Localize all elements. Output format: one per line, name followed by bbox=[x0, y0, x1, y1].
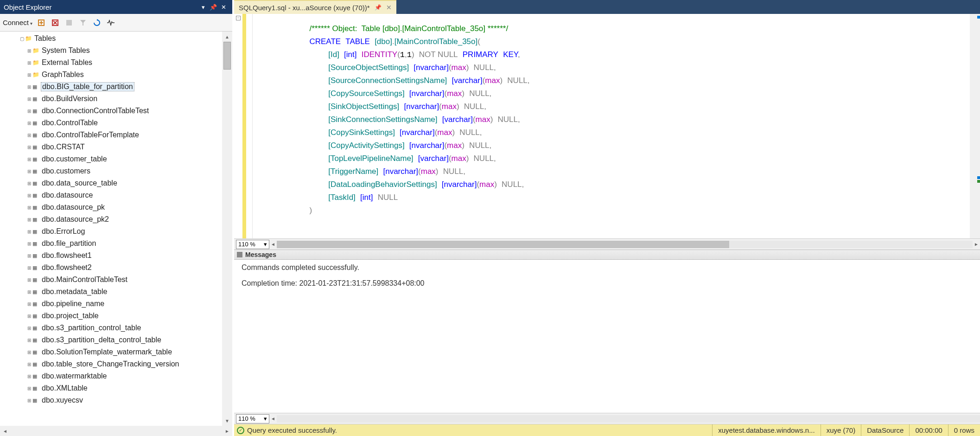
filter-icon[interactable] bbox=[78, 18, 88, 28]
tree-folder[interactable]: ▢📁Tables bbox=[19, 32, 222, 45]
tree-item[interactable]: ⊞▦dbo.customers bbox=[19, 165, 222, 177]
expand-icon[interactable]: ⊞ bbox=[26, 253, 32, 258]
expand-icon[interactable]: ⊞ bbox=[26, 121, 32, 126]
tab-sqlquery1[interactable]: SQLQuery1.sql - xu...aSource (xuye (70))… bbox=[234, 0, 396, 14]
expand-icon[interactable]: ⊞ bbox=[26, 241, 32, 246]
tree-item[interactable]: ⊞▦dbo.file_partition bbox=[19, 237, 222, 250]
scroll-up-icon[interactable]: ▲ bbox=[222, 32, 232, 42]
tree-item[interactable]: ⊞▦dbo.ControlTableForTemplate bbox=[19, 129, 222, 141]
expand-icon[interactable]: ⊞ bbox=[26, 72, 32, 77]
activity-icon[interactable] bbox=[106, 18, 116, 28]
expand-icon[interactable]: ⊞ bbox=[26, 350, 32, 355]
tree-item[interactable]: ⊞▦dbo.datasource_pk bbox=[19, 201, 222, 213]
expand-icon[interactable]: ⊞ bbox=[26, 109, 32, 114]
scroll-left-icon[interactable]: ◄ bbox=[269, 242, 277, 247]
tree-item[interactable]: ⊞▦dbo.pipeline_name bbox=[19, 298, 222, 310]
tree-item[interactable]: ⊞▦dbo.project_table bbox=[19, 310, 222, 322]
panel-pin-icon[interactable]: 📌 bbox=[208, 4, 218, 11]
tree-item[interactable]: ⊞▦dbo.ErrorLog bbox=[19, 225, 222, 237]
expand-icon[interactable]: ⊞ bbox=[26, 289, 32, 295]
sql-editor[interactable]: − /****** Object: Table [dbo].[MainContr… bbox=[234, 14, 980, 238]
expand-icon[interactable]: ⊞ bbox=[26, 229, 32, 234]
refresh-icon[interactable] bbox=[92, 18, 102, 28]
editor-vertical-scrollbar[interactable] bbox=[970, 14, 980, 238]
expand-icon[interactable]: ⊞ bbox=[26, 314, 32, 319]
tree-item[interactable]: ⊞📁System Tables bbox=[19, 45, 222, 57]
disconnect-icon[interactable] bbox=[50, 18, 60, 28]
expand-icon[interactable]: ⊞ bbox=[26, 265, 32, 270]
tree-item[interactable]: ⊞▦dbo.customer_table bbox=[19, 153, 222, 165]
scroll-left-icon[interactable]: ◄ bbox=[0, 429, 10, 434]
expand-icon[interactable]: ⊞ bbox=[26, 84, 32, 90]
messages-zoom-select[interactable]: 110 %▾ bbox=[236, 414, 269, 423]
tab-close-icon[interactable]: ✕ bbox=[386, 4, 392, 11]
tree-horizontal-scrollbar[interactable]: ◄ ► bbox=[0, 426, 232, 436]
tree-vertical-scrollbar[interactable]: ▲ ▼ bbox=[222, 32, 232, 426]
expand-icon[interactable]: ⊞ bbox=[26, 326, 32, 331]
editor-zoom-select[interactable]: 110 %▾ bbox=[236, 240, 269, 249]
fold-icon[interactable]: − bbox=[236, 16, 241, 20]
connect-button[interactable]: Connect ▾ bbox=[3, 19, 32, 26]
object-tree[interactable]: ▢📁Tables⊞📁System Tables⊞📁External Tables… bbox=[0, 32, 222, 426]
tree-item[interactable]: ⊞▦dbo.s3_partition_control_table bbox=[19, 322, 222, 334]
code-content[interactable]: /****** Object: Table [dbo].[MainControl… bbox=[253, 14, 970, 238]
panel-close-icon[interactable]: ✕ bbox=[218, 4, 229, 11]
tree-item[interactable]: ⊞▦dbo.datasource_pk2 bbox=[19, 213, 222, 225]
tree-item[interactable]: ⊞▦dbo.CRSTAT bbox=[19, 141, 222, 153]
scroll-thumb[interactable] bbox=[223, 42, 231, 70]
expand-icon[interactable]: ⊞ bbox=[26, 205, 32, 210]
tree-item[interactable]: ⊞▦dbo.XMLtable bbox=[19, 382, 222, 394]
expand-icon[interactable]: ⊞ bbox=[26, 133, 32, 138]
tree-item[interactable]: ⊞▦dbo.xuyecsv bbox=[19, 394, 222, 406]
scroll-left-icon[interactable]: ◄ bbox=[269, 416, 277, 421]
expand-icon[interactable]: ⊞ bbox=[26, 157, 32, 162]
expand-icon[interactable]: ▢ bbox=[19, 36, 25, 41]
expand-icon[interactable]: ⊞ bbox=[26, 374, 32, 379]
tree-item[interactable]: ⊞▦dbo.watermarktable bbox=[19, 370, 222, 382]
scroll-thumb[interactable] bbox=[277, 241, 729, 248]
tree-item[interactable]: ⊞▦dbo.table_store_ChangeTracking_version bbox=[19, 358, 222, 370]
tree-item[interactable]: ⊞▦dbo.ControlTable bbox=[19, 117, 222, 129]
tree-item[interactable]: ⊞▦dbo.SolutionTemplate_watermark_table bbox=[19, 346, 222, 358]
tree-item[interactable]: ⊞▦dbo.ConnectionControlTableTest bbox=[19, 105, 222, 117]
expand-icon[interactable]: ⊞ bbox=[26, 338, 32, 343]
tree-item[interactable]: ⊞▦dbo.flowsheet2 bbox=[19, 262, 222, 274]
tree-item[interactable]: ⊞▦dbo.s3_partition_delta_control_table bbox=[19, 334, 222, 346]
expand-icon[interactable]: ⊞ bbox=[26, 96, 32, 102]
expand-icon[interactable]: ⊞ bbox=[26, 217, 32, 222]
expand-icon[interactable]: ⊞ bbox=[26, 169, 32, 174]
expand-icon[interactable]: ⊞ bbox=[26, 301, 32, 307]
expand-icon[interactable]: ⊞ bbox=[26, 386, 32, 391]
scroll-down-icon[interactable]: ▼ bbox=[222, 416, 232, 426]
messages-tab[interactable]: Messages bbox=[234, 250, 980, 260]
expand-icon[interactable]: ⊞ bbox=[26, 398, 32, 403]
expand-icon[interactable]: ⊞ bbox=[26, 60, 32, 65]
expand-icon[interactable]: ⊞ bbox=[26, 145, 32, 150]
tree-item[interactable]: ⊞▦dbo.MainControlTableTest bbox=[19, 274, 222, 286]
messages-body[interactable]: Commands completed successfully. Complet… bbox=[234, 260, 980, 413]
tree-item[interactable]: ⊞▦dbo.data_source_table bbox=[19, 177, 222, 189]
tab-pin-icon[interactable]: 📌 bbox=[375, 4, 382, 11]
tree-item[interactable]: ⊞▦dbo.datasource bbox=[19, 189, 222, 201]
connect-object-explorer-icon[interactable] bbox=[36, 18, 46, 28]
expand-icon[interactable]: ⊞ bbox=[26, 181, 32, 186]
tree-item[interactable]: ⊞▦dbo.BuildVersion bbox=[19, 93, 222, 105]
expand-icon[interactable]: ⊞ bbox=[26, 193, 32, 198]
tree-item[interactable]: ⊞▦dbo.flowsheet1 bbox=[19, 250, 222, 262]
tree-item-label: dbo.pipeline_name bbox=[41, 300, 104, 308]
tree-item[interactable]: ⊞📁External Tables bbox=[19, 57, 222, 69]
tree-item[interactable]: ⊞📁GraphTables bbox=[19, 69, 222, 81]
tree-item[interactable]: ⊞▦dbo.BIG_table_for_partition bbox=[19, 81, 222, 93]
messages-horizontal-scrollbar[interactable]: ◄ bbox=[269, 415, 980, 423]
stop-icon[interactable] bbox=[64, 18, 74, 28]
expand-icon[interactable]: ⊞ bbox=[26, 48, 32, 53]
scroll-right-icon[interactable]: ► bbox=[973, 242, 980, 247]
editor-horizontal-scrollbar[interactable]: ◄ ► bbox=[269, 241, 980, 248]
tree-item[interactable]: ⊞▦dbo.metadata_table bbox=[19, 286, 222, 298]
expand-icon[interactable]: ⊞ bbox=[26, 277, 32, 282]
scroll-right-icon[interactable]: ► bbox=[222, 429, 232, 434]
expand-icon[interactable]: ⊞ bbox=[26, 362, 32, 367]
status-ok-icon: ✓ bbox=[237, 427, 244, 434]
panel-dropdown-icon[interactable]: ▾ bbox=[198, 4, 208, 11]
tree-item-label: dbo.project_table bbox=[41, 312, 99, 320]
